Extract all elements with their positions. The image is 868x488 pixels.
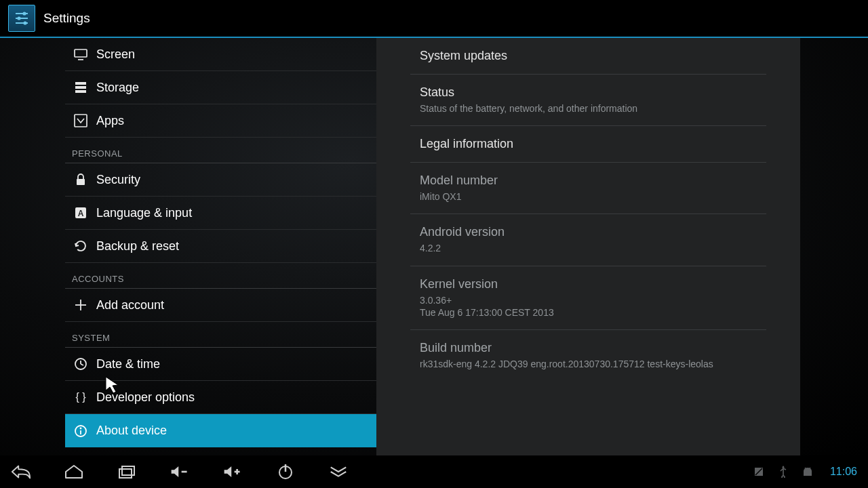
row-sub: iMito QX1 [420,190,757,203]
svg-rect-10 [75,90,86,93]
sidebar-item-label: Developer options [96,390,195,405]
row-title: Build number [420,341,757,355]
row-title: System updates [420,49,757,63]
detail-pane: System updates Status Status of the batt… [376,38,800,455]
svg-point-22 [80,427,82,429]
svg-rect-12 [77,179,85,185]
sidebar-section-personal: PERSONAL [65,138,376,163]
row-model-number: Model number iMito QX1 [410,163,766,214]
sidebar-item-screen[interactable]: Screen [65,38,376,71]
row-title: Android version [420,225,757,239]
svg-text:{ }: { } [75,391,86,403]
svg-point-3 [22,12,26,15]
sidebar-item-label: Date & time [96,357,160,371]
back-button[interactable] [11,463,31,481]
sidebar-item-label: Security [96,173,140,187]
svg-point-4 [17,16,20,20]
svg-text:A: A [78,209,84,218]
apps-icon [73,113,88,128]
sidebar-item-label: About device [96,424,167,438]
lang-icon: A [73,205,88,220]
braces-icon: { } [73,390,88,405]
row-build-number[interactable]: Build number rk31sdk-eng 4.2.2 JDQ39 eng… [410,330,766,381]
sidebar-item-label: Add account [96,298,164,312]
svg-rect-6 [75,49,87,57]
svg-marker-33 [782,466,785,468]
svg-rect-26 [182,471,187,473]
row-sub: Status of the battery, network, and othe… [420,102,757,115]
sidebar-section-system: SYSTEM [65,322,376,348]
row-title: Legal information [420,137,757,151]
sidebar: Screen Storage Apps PERSONAL Security A [65,38,376,455]
lock-icon [73,172,88,187]
sidebar-item-label: Apps [96,114,124,128]
svg-rect-28 [236,469,238,474]
sidebar-item-add-account[interactable]: Add account [65,289,376,322]
sidebar-item-datetime[interactable]: Date & time [65,348,376,381]
sidebar-item-about[interactable]: About device [65,414,376,447]
header: Settings [0,0,868,38]
row-sub: 4.2.2 [420,242,757,254]
svg-rect-25 [122,466,134,475]
system-navbar: 11:06 [0,455,868,488]
sidebar-section-accounts: ACCOUNTS [65,263,376,289]
svg-rect-11 [75,115,87,127]
sidebar-item-developer[interactable]: { } Developer options [65,381,376,414]
row-title: Kernel version [420,277,757,291]
sidebar-item-label: Screen [96,47,135,62]
volume-up-button[interactable] [222,463,243,481]
row-title: Status [420,85,757,100]
power-button[interactable] [275,463,296,481]
sidebar-item-storage[interactable]: Storage [65,71,376,104]
row-status[interactable]: Status Status of the battery, network, a… [410,75,766,126]
row-sub: 3.0.36+ Tue Aug 6 17:13:00 CEST 2013 [420,294,757,319]
sidebar-item-label: Language & input [96,206,192,220]
plus-icon [73,298,88,312]
sidebar-item-language[interactable]: A Language & input [65,197,376,230]
sidebar-item-security[interactable]: Security [65,163,376,197]
svg-point-5 [23,21,26,24]
volume-down-button[interactable] [170,463,190,481]
row-legal[interactable]: Legal information [410,126,766,163]
row-sub: rk31sdk-eng 4.2.2 JDQ39 eng.root.2013073… [420,358,757,370]
info-icon [73,424,88,439]
sidebar-item-label: Storage [96,81,139,95]
clock-icon [73,357,88,371]
row-system-updates[interactable]: System updates [410,38,766,75]
sidebar-item-label: Backup & reset [96,239,179,253]
svg-line-19 [81,364,83,365]
backup-icon [73,239,88,253]
recents-button[interactable] [117,463,137,481]
row-android-version[interactable]: Android version 4.2.2 [410,214,766,266]
page-title: Settings [43,11,90,26]
android-icon [802,466,814,478]
svg-rect-9 [75,86,86,89]
svg-rect-24 [119,469,132,478]
usb-icon [777,466,789,478]
home-button[interactable] [64,463,84,481]
settings-icon [8,5,35,32]
sdcard-icon [753,466,765,478]
expand-button[interactable] [328,463,349,481]
row-kernel-version: Kernel version 3.0.36+ Tue Aug 6 17:13:0… [410,266,766,330]
svg-rect-8 [75,82,86,85]
storage-icon [73,80,88,95]
sidebar-item-apps[interactable]: Apps [65,104,376,138]
row-title: Model number [420,174,757,188]
sidebar-item-backup[interactable]: Backup & reset [65,230,376,263]
screen-icon [73,47,88,62]
clock[interactable]: 11:06 [830,466,857,478]
